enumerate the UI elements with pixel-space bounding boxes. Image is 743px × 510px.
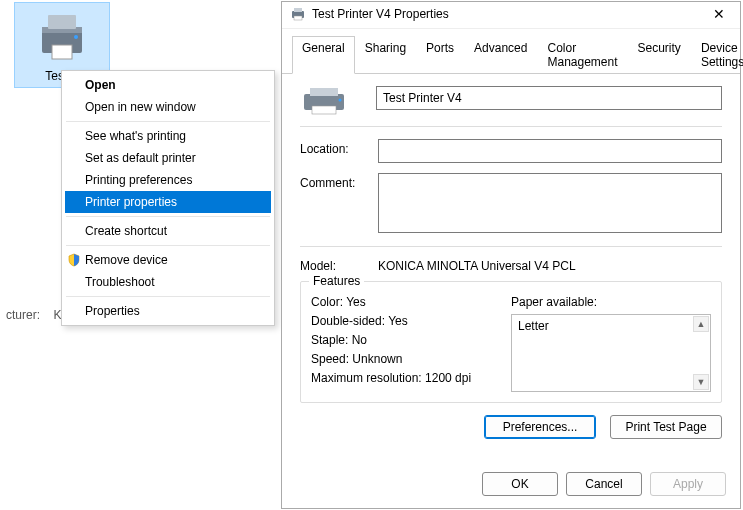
svg-rect-3: [52, 45, 72, 59]
manufacturer-label: cturer:: [6, 308, 40, 322]
menu-troubleshoot[interactable]: Troubleshoot: [65, 271, 271, 293]
scroll-down-icon[interactable]: ▼: [693, 374, 709, 390]
tab-color-management[interactable]: Color Management: [537, 36, 627, 74]
feature-staple: Staple: No: [311, 333, 511, 347]
feature-color: Color: Yes: [311, 295, 511, 309]
divider: [300, 126, 722, 127]
svg-rect-6: [294, 8, 302, 12]
tab-sharing[interactable]: Sharing: [355, 36, 416, 74]
menu-properties[interactable]: Properties: [65, 300, 271, 322]
menu-separator: [66, 121, 270, 122]
apply-button[interactable]: Apply: [650, 472, 726, 496]
printer-properties-dialog: Test Printer V4 Properties ✕ General Sha…: [281, 1, 741, 509]
paper-item: Letter: [518, 319, 704, 333]
svg-point-4: [74, 35, 78, 39]
menu-set-default[interactable]: Set as default printer: [65, 147, 271, 169]
tab-ports[interactable]: Ports: [416, 36, 464, 74]
location-input[interactable]: [378, 139, 722, 163]
titlebar: Test Printer V4 Properties ✕: [282, 2, 740, 29]
menu-remove-device-label: Remove device: [85, 253, 168, 267]
feature-double-sided: Double-sided: Yes: [311, 314, 511, 328]
status-bar: cturer: K: [0, 308, 61, 322]
menu-printer-properties[interactable]: Printer properties: [65, 191, 271, 213]
svg-rect-2: [48, 15, 76, 29]
divider: [300, 246, 722, 247]
close-button[interactable]: ✕: [704, 6, 734, 22]
svg-point-11: [339, 99, 342, 102]
tabstrip: General Sharing Ports Advanced Color Man…: [282, 29, 740, 74]
tab-security[interactable]: Security: [628, 36, 691, 74]
features-label: Features: [309, 274, 364, 288]
paper-available-list[interactable]: Letter ▲ ▼: [511, 314, 711, 392]
menu-open-new-window[interactable]: Open in new window: [65, 96, 271, 118]
comment-input[interactable]: [378, 173, 722, 233]
menu-separator: [66, 245, 270, 246]
menu-printing-preferences[interactable]: Printing preferences: [65, 169, 271, 191]
tab-advanced[interactable]: Advanced: [464, 36, 537, 74]
menu-see-whats-printing[interactable]: See what's printing: [65, 125, 271, 147]
dialog-footer: OK Cancel Apply: [282, 464, 740, 508]
preferences-button[interactable]: Preferences...: [484, 415, 596, 439]
feature-speed: Speed: Unknown: [311, 352, 511, 366]
ok-button[interactable]: OK: [482, 472, 558, 496]
feature-max-resolution: Maximum resolution: 1200 dpi: [311, 371, 511, 385]
svg-rect-9: [310, 88, 338, 96]
printer-name-input[interactable]: [376, 86, 722, 110]
model-label: Model:: [300, 259, 378, 273]
menu-separator: [66, 296, 270, 297]
svg-rect-7: [294, 16, 302, 20]
paper-available-label: Paper available:: [511, 295, 711, 309]
dialog-title: Test Printer V4 Properties: [312, 7, 704, 21]
tab-device-settings[interactable]: Device Settings: [691, 36, 743, 74]
model-value: KONICA MINOLTA Universal V4 PCL: [378, 259, 576, 273]
general-panel: Location: Comment: Model: KONICA MINOLTA…: [282, 74, 740, 464]
location-label: Location:: [300, 139, 378, 156]
menu-create-shortcut[interactable]: Create shortcut: [65, 220, 271, 242]
context-menu: Open Open in new window See what's print…: [61, 70, 275, 326]
svg-rect-10: [312, 106, 336, 114]
printer-large-icon: [34, 9, 90, 65]
shield-icon: [67, 253, 81, 267]
menu-open[interactable]: Open: [65, 74, 271, 96]
menu-separator: [66, 216, 270, 217]
comment-label: Comment:: [300, 173, 378, 190]
cancel-button[interactable]: Cancel: [566, 472, 642, 496]
printer-icon: [300, 86, 348, 116]
scroll-up-icon[interactable]: ▲: [693, 316, 709, 332]
menu-remove-device[interactable]: Remove device: [65, 249, 271, 271]
printer-title-icon: [290, 6, 306, 22]
print-test-page-button[interactable]: Print Test Page: [610, 415, 722, 439]
features-group: Features Color: Yes Double-sided: Yes St…: [300, 281, 722, 403]
tab-general[interactable]: General: [292, 36, 355, 74]
